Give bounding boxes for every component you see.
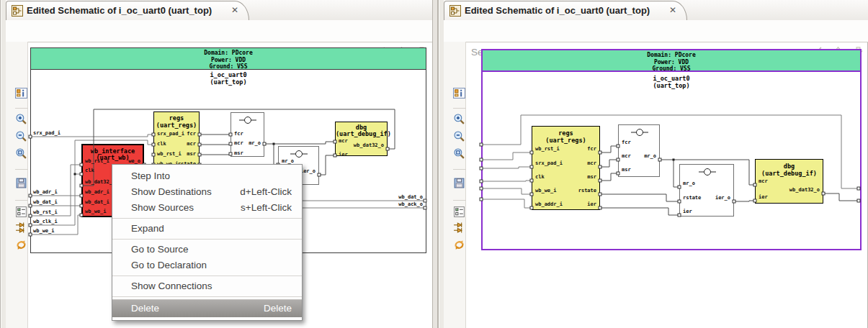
- menu-item-show-sources[interactable]: Show Sourcess+Left-Click: [112, 200, 302, 216]
- gate-symbol-icon: [290, 150, 308, 158]
- left-editor-panel: Edited Schematic of i_oc_uart0 (uart_top…: [0, 0, 432, 328]
- zoom-in-icon[interactable]: [15, 113, 27, 125]
- port-label: msr: [535, 175, 596, 180]
- menu-separator: [112, 275, 302, 276]
- menu-item-step-into[interactable]: Step Into: [112, 168, 302, 184]
- tab-close-icon[interactable]: ✕: [669, 5, 676, 15]
- port-label: mr_o: [622, 154, 656, 159]
- port-label: fcr: [234, 132, 243, 137]
- left-search-bar: [6, 20, 432, 42]
- menu-separator: [112, 296, 302, 297]
- application-window: Edited Schematic of i_oc_uart0 (uart_top…: [0, 0, 868, 328]
- toolbar-separator: [453, 200, 466, 201]
- block-subtitle: (uart_regs): [532, 137, 599, 144]
- port-label: ier: [339, 152, 348, 158]
- gate-symbol-icon: [631, 128, 648, 137]
- toolbar-separator: [15, 169, 28, 170]
- instance-type: (uart_top): [483, 82, 860, 89]
- menu-label: Go to Source: [112, 242, 189, 258]
- right-tab-bar: Edited Schematic of i_oc_uart0 (uart_top…: [444, 0, 868, 21]
- port-label: rstate: [535, 188, 596, 193]
- trace-signal-icon[interactable]: [15, 222, 27, 234]
- trace-signal-icon[interactable]: [453, 222, 465, 234]
- block-title: dbg: [756, 163, 823, 170]
- toolbar-separator: [15, 200, 28, 201]
- right-tab-edited-schematic[interactable]: Edited Schematic of i_oc_uart0 (uart_top…: [444, 1, 687, 20]
- tab-title: Edited Schematic of i_oc_uart0 (uart_top…: [27, 5, 212, 16]
- menu-accelerator: d+Left-Click: [240, 184, 302, 200]
- port-label: wb_dat_i: [85, 200, 109, 205]
- port-label: wb_dat32_o: [85, 180, 115, 185]
- tab-title: Edited Schematic of i_oc_uart0 (uart_top…: [465, 5, 650, 16]
- filter-options-icon[interactable]: [453, 206, 465, 218]
- menu-item-delete[interactable]: DeleteDelete: [112, 299, 302, 317]
- refresh-icon[interactable]: [15, 239, 27, 251]
- port-label: mcr: [535, 161, 596, 166]
- right-schematic-toolbar: [444, 42, 466, 328]
- port-label: msr: [157, 152, 196, 157]
- menu-item-show-connections[interactable]: Show Connections: [112, 278, 302, 294]
- context-menu: Step Into Show Destinationsd+Left-Click …: [112, 164, 303, 321]
- port-label: wb_we_i: [85, 209, 107, 214]
- panel-splitter[interactable]: [432, 0, 438, 328]
- menu-item-go-to-declaration[interactable]: Go to Declaration: [112, 258, 302, 273]
- menu-label: Show Connections: [112, 278, 212, 294]
- menu-label: Show Sources: [112, 200, 194, 216]
- block-regs[interactable]: regs (uart_regs): [153, 111, 200, 167]
- zoom-out-icon[interactable]: [453, 130, 465, 142]
- port-label: mcr: [759, 179, 768, 184]
- block-title: regs: [532, 129, 599, 137]
- filter-options-icon[interactable]: [15, 206, 27, 218]
- tab-close-icon[interactable]: ✕: [231, 5, 238, 15]
- instance-type: (uart_top): [31, 78, 426, 86]
- menu-label: Expand: [112, 221, 164, 237]
- refresh-icon[interactable]: [453, 239, 465, 251]
- menu-separator: [112, 239, 302, 240]
- port-label: wb_dat32_o: [759, 188, 820, 193]
- zoom-fit-icon[interactable]: [15, 147, 27, 160]
- port-label: ier_o: [683, 196, 730, 201]
- schematic-icon: [12, 5, 23, 17]
- port-label: wb_dat32_o: [339, 143, 384, 148]
- properties-icon[interactable]: [453, 87, 465, 99]
- port-label: ier: [535, 202, 596, 207]
- port-label: fcr: [622, 140, 631, 145]
- zoom-out-icon[interactable]: [15, 130, 27, 142]
- toolbar-separator: [15, 108, 28, 109]
- save-icon[interactable]: [453, 177, 465, 189]
- port-label: wb_adr_i: [85, 190, 109, 195]
- port-label: clk: [85, 168, 94, 173]
- pin-label: srx_pad_i: [33, 131, 61, 136]
- pin-label: wb_ack_o: [360, 202, 423, 207]
- port-label: we_o: [85, 159, 140, 164]
- menu-label: Delete: [112, 300, 159, 317]
- menu-label: Go to Declaration: [112, 258, 207, 273]
- pin-label: wb_dat_i: [33, 200, 58, 205]
- menu-label: Step Into: [112, 168, 170, 184]
- block-subtitle: (uart_regs): [154, 122, 199, 129]
- menu-item-expand[interactable]: Expand: [112, 221, 302, 237]
- pin-label: wb_dat_o: [360, 195, 423, 200]
- pin-label: wb_clk_i: [33, 219, 58, 224]
- port-label: mcr: [157, 142, 196, 147]
- properties-icon[interactable]: [15, 87, 27, 99]
- port-label: msr: [622, 168, 631, 173]
- zoom-fit-icon[interactable]: [453, 147, 465, 160]
- port-label: mr_o: [683, 181, 695, 186]
- pin-label: wb_rst_i: [33, 210, 58, 215]
- save-icon[interactable]: [15, 177, 27, 189]
- block-subtitle: (uart_debug_if): [336, 130, 387, 137]
- schematic-icon: [449, 5, 461, 17]
- port-label: ier: [683, 209, 692, 214]
- port-label: fcr: [157, 132, 196, 137]
- port-label: msr: [234, 151, 243, 156]
- port-label: mr_o: [234, 141, 261, 146]
- menu-label: Show Destinations: [112, 184, 212, 200]
- menu-item-show-destinations[interactable]: Show Destinationsd+Left-Click: [112, 184, 302, 200]
- pin-label: wb_we_i: [33, 229, 55, 234]
- left-tab-edited-schematic[interactable]: Edited Schematic of i_oc_uart0 (uart_top…: [6, 1, 249, 20]
- menu-item-go-to-source[interactable]: Go to Source: [112, 242, 302, 258]
- instance-name: i_oc_uart0: [483, 75, 860, 82]
- block-regs[interactable]: regs (uart_regs): [532, 126, 600, 210]
- zoom-in-icon[interactable]: [453, 113, 465, 125]
